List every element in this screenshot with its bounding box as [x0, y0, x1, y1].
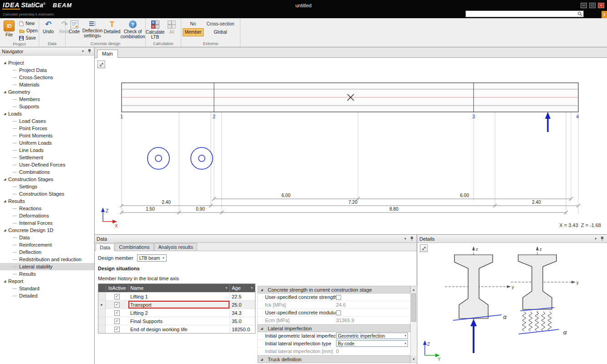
navigator-section-project[interactable]: ◢Project [0, 59, 94, 66]
checkbox-checked[interactable]: ✓ [114, 302, 120, 308]
navigator-item-settlement[interactable]: Settlement [0, 154, 94, 161]
pin-icon[interactable] [86, 48, 92, 55]
tree-expand-icon[interactable]: ◢ [4, 90, 8, 94]
navigator-item-uniform-loads[interactable]: Uniform Loads [0, 139, 94, 147]
code-button[interactable]: Code [67, 20, 82, 35]
panel-menu-icon[interactable]: ▾ [80, 48, 86, 55]
name-cell[interactable]: End of design working life [128, 325, 230, 333]
detailed-button[interactable]: T Detailed [103, 20, 121, 35]
property-grid-scrollbar[interactable]: ▲ ▼ [410, 286, 417, 363]
col-name[interactable]: Name ▼ [128, 284, 230, 292]
row-selector[interactable] [98, 325, 106, 333]
navigator-item-user-defined-forces[interactable]: User-Defined Forces [0, 161, 94, 168]
row-selector[interactable] [98, 293, 106, 300]
table-row-selected[interactable]: ▸ ✓ Transport 25.0 [98, 300, 255, 308]
section-expand-icon[interactable]: ◢ [260, 327, 265, 330]
isactive-cell[interactable]: ✓ [106, 318, 128, 324]
navigator-item-detailed[interactable]: Detailed [0, 292, 94, 299]
minimize-button[interactable]: ─ [581, 3, 587, 8]
design-member-select[interactable]: LTB beam ▾ [137, 254, 167, 262]
close-button[interactable]: × [598, 3, 604, 8]
navigator-item-project-data[interactable]: Project Data [0, 66, 94, 74]
tab-main[interactable]: Main [97, 50, 118, 58]
name-cell[interactable]: Final Supports [128, 317, 230, 325]
cross-section-detail-canvas[interactable]: z y α z y [418, 243, 607, 364]
navigator-section-concrete-design-1d[interactable]: ◢Concrete Design 1D [0, 227, 94, 234]
table-row[interactable]: ✓ Final Supports 35.0 [98, 317, 255, 325]
navigator-item-reinforcement[interactable]: Reinforcement [0, 241, 94, 248]
navigator-section-loads[interactable]: ◢Loads [0, 110, 94, 117]
checkbox-checked[interactable]: ✓ [114, 294, 120, 299]
navigator-item-lateral-stability[interactable]: Lateral stability [0, 263, 94, 270]
checkbox-unchecked[interactable] [336, 295, 341, 300]
navigator-item-construction-stages[interactable]: Construction Stages [0, 190, 94, 197]
row-selector[interactable] [98, 317, 106, 325]
navigator-item-load-cases[interactable]: Load Cases [0, 117, 94, 125]
table-row[interactable]: ✓ Lifting 1 22.5 [98, 292, 255, 300]
deflection-settings-button[interactable]: Deflection settings▾ [82, 20, 102, 39]
tree-expand-icon[interactable]: ◢ [4, 177, 8, 181]
checkbox-checked[interactable]: ✓ [114, 318, 120, 324]
navigator-item-supports[interactable]: Supports [0, 103, 94, 110]
age-cell[interactable]: 25.0 [230, 301, 255, 308]
name-cell-highlighted[interactable]: Transport [128, 301, 230, 308]
navigator-section-geometry[interactable]: ◢Geometry [0, 88, 94, 96]
calculate-ltb-button[interactable]: Calculate LTB [147, 20, 163, 40]
navigator-section-report[interactable]: ◢Report [0, 278, 94, 285]
checkbox-checked[interactable]: ✓ [114, 327, 120, 332]
tree-expand-icon[interactable]: ◢ [4, 228, 8, 232]
info-button[interactable]: i [602, 11, 607, 19]
section-concrete-strength[interactable]: ◢Concrete strength in current constructi… [258, 286, 410, 293]
navigator-item-cross-sections[interactable]: Cross-Sections [0, 74, 94, 81]
age-cell[interactable]: 18250.0 [230, 325, 255, 333]
pin-icon[interactable] [408, 236, 415, 242]
tree-expand-icon[interactable]: ◢ [4, 112, 8, 116]
age-cell[interactable]: 34.3 [230, 309, 255, 317]
section-lateral-imperfection[interactable]: ◢Lateral imperfection [258, 324, 410, 332]
scroll-down-button[interactable]: ▼ [411, 356, 417, 363]
navigator-item-reactions[interactable]: Reactions [0, 205, 94, 212]
beam-elevation-canvas[interactable]: 1 2 3 4 6.00 6.00 [95, 58, 607, 235]
col-age[interactable]: Age ▼ [230, 284, 255, 292]
new-button[interactable]: New [18, 20, 39, 27]
scrollbar-thumb[interactable] [411, 293, 416, 322]
filter-icon[interactable]: ▼ [225, 287, 228, 289]
isactive-cell[interactable]: ✓ [106, 327, 128, 332]
calculate-all-button[interactable]: All [164, 20, 179, 35]
navigator-item-settings[interactable]: Settings [0, 183, 94, 190]
navigator-item-data[interactable]: Data [0, 234, 94, 241]
navigator-item-point-moments[interactable]: Point Moments [0, 132, 94, 139]
navigator-item-combinations[interactable]: Combinations [0, 168, 94, 176]
imperfection-type-select[interactable]: By code▾ [336, 340, 408, 347]
table-row[interactable]: ✓ Lifting 2 34.3 [98, 308, 255, 317]
navigator-item-standard[interactable]: Standard [0, 285, 94, 292]
undo-button[interactable]: ↶ Undo [41, 20, 56, 35]
tree-expand-icon[interactable]: ◢ [4, 279, 8, 283]
file-button[interactable]: ID File [1, 20, 17, 38]
navigator-section-construction-stages[interactable]: ◢Construction Stages [0, 176, 94, 183]
open-button[interactable]: Open [18, 27, 39, 34]
tab-analysis-results[interactable]: Analysis results [154, 243, 197, 251]
extreme-member-button[interactable]: Member [183, 28, 204, 36]
isactive-cell[interactable]: ✓ [106, 294, 128, 299]
panel-menu-icon[interactable]: ▾ [402, 236, 408, 242]
navigator-item-line-loads[interactable]: Line Loads [0, 147, 94, 154]
beam-outline[interactable] [122, 83, 578, 112]
table-row[interactable]: ✓ End of design working life 18250.0 [98, 325, 255, 333]
navigator-section-results[interactable]: ◢Results [0, 197, 94, 205]
save-button[interactable]: Save [18, 35, 39, 41]
checkbox-unchecked[interactable] [336, 310, 341, 315]
lifting-point-symbols[interactable] [148, 147, 213, 169]
navigator-item-results[interactable]: Results [0, 270, 94, 278]
tab-combinations[interactable]: Combinations [115, 243, 153, 251]
isactive-cell[interactable]: ✓ [106, 310, 128, 316]
filter-icon[interactable]: ▼ [250, 287, 253, 289]
navigator-item-materials[interactable]: Materials [0, 81, 94, 88]
restore-button[interactable]: □ [589, 3, 596, 8]
fit-view-button[interactable] [420, 244, 428, 252]
geometric-imperfection-select[interactable]: Geometric imperfection▾ [336, 333, 408, 339]
tree-expand-icon[interactable]: ◢ [4, 199, 8, 203]
navigator-item-deformations[interactable]: Deformations [0, 212, 94, 219]
fit-view-button[interactable] [97, 61, 105, 68]
navigator-item-members[interactable]: Members [0, 96, 94, 103]
